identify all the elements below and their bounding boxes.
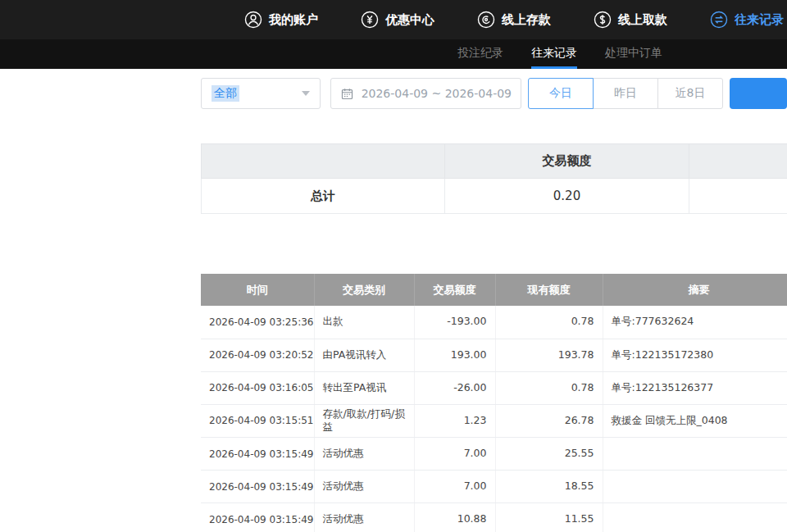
cell-summary: 单号:122135126377 (603, 371, 787, 404)
table-row: 2026-04-09 03:15:51 存款/取款/打码/损益 1.23 26.… (201, 404, 787, 438)
cell-amount: -193.00 (414, 306, 495, 339)
summary-header-empty (689, 144, 787, 179)
col-header-type: 交易类别 (314, 274, 414, 306)
table-row: 2026-04-09 03:15:49 活动优惠 7.00 18.55 (201, 471, 787, 503)
cell-type: 活动优惠 (314, 503, 414, 532)
tab-processing-orders[interactable]: 处理中订单 (605, 39, 662, 69)
withdraw-coin-icon (594, 11, 612, 29)
cell-type: 活动优惠 (314, 438, 414, 471)
cell-type: 出款 (314, 306, 414, 339)
table-row: 2026-04-09 03:16:05 转出至PA视讯 -26.00 0.78 … (201, 371, 787, 404)
cell-balance: 193.78 (495, 339, 603, 371)
nav-label: 线上取款 (618, 12, 667, 28)
col-header-summary: 摘要 (603, 274, 787, 306)
today-button[interactable]: 今日 (528, 78, 594, 109)
cell-balance: 11.55 (495, 503, 603, 532)
summary-total-empty (689, 179, 787, 214)
cell-amount: -26.00 (414, 371, 495, 404)
cell-amount: 193.00 (414, 339, 495, 371)
cell-balance: 0.78 (495, 371, 603, 404)
cell-balance: 0.78 (495, 306, 603, 339)
cell-summary (603, 503, 787, 532)
summary-header-row: 交易额度 (202, 144, 787, 179)
search-button[interactable] (730, 78, 787, 109)
yesterday-button[interactable]: 昨日 (593, 78, 658, 109)
summary-total-label: 总计 (202, 179, 445, 214)
cell-time: 2026-04-09 03:25:36 (201, 306, 314, 339)
cell-summary: 单号:122135172380 (603, 339, 787, 371)
nav-transaction-records[interactable]: 往来记录 (689, 11, 787, 29)
cell-time: 2026-04-09 03:20:52 (201, 339, 314, 371)
cell-balance: 26.78 (495, 404, 603, 438)
date-range-picker[interactable]: 2026-04-09 ~ 2026-04-09 (330, 78, 521, 109)
nav-label: 我的账户 (269, 12, 318, 28)
promo-coin-icon (361, 11, 379, 29)
cell-balance: 25.55 (495, 438, 603, 471)
records-table-head: 时间 交易类别 交易额度 现有额度 摘要 (201, 274, 787, 306)
table-row: 2026-04-09 03:15:49 活动优惠 10.88 11.55 (201, 503, 787, 532)
nav-label: 线上存款 (502, 12, 551, 28)
col-header-amount: 交易额度 (414, 274, 495, 306)
cell-type: 存款/取款/打码/损益 (314, 404, 414, 438)
main-content: 全部 2026-04-09 ~ 2026-04-09 今日 昨日 近8日 交易额… (0, 78, 787, 532)
cell-summary: 单号:777632624 (603, 306, 787, 339)
nav-my-account[interactable]: 我的账户 (223, 11, 339, 29)
cell-balance: 18.55 (495, 471, 603, 503)
quick-range-group: 今日 昨日 近8日 (528, 78, 723, 109)
cell-type: 转出至PA视讯 (314, 371, 414, 404)
cell-time: 2026-04-09 03:15:51 (201, 404, 314, 438)
nav-promo-center[interactable]: 优惠中心 (339, 11, 456, 29)
cell-summary: 救援金 回馈无上限_0408 (603, 404, 787, 438)
summary-table: 交易额度 总计 0.20 (201, 143, 787, 214)
last-8-days-button[interactable]: 近8日 (657, 78, 723, 109)
date-range-value: 2026-04-09 ~ 2026-04-09 (362, 87, 512, 100)
tab-transaction-records[interactable]: 往来记录 (531, 39, 577, 69)
tab-betting-records[interactable]: 投注纪录 (457, 39, 503, 69)
summary-total-value: 0.20 (445, 179, 689, 214)
col-header-time: 时间 (201, 274, 314, 306)
filter-bar: 全部 2026-04-09 ~ 2026-04-09 今日 昨日 近8日 (201, 78, 787, 109)
nav-online-deposit[interactable]: 线上存款 (456, 11, 572, 29)
summary-total-row: 总计 0.20 (202, 179, 787, 214)
deposit-coin-icon (477, 11, 495, 29)
nav-online-withdraw[interactable]: 线上取款 (572, 11, 689, 29)
summary-header-empty (202, 144, 445, 179)
summary-header-amount: 交易额度 (445, 144, 689, 179)
cell-amount: 7.00 (414, 438, 495, 471)
cell-type: 活动优惠 (314, 471, 414, 503)
cell-time: 2026-04-09 03:16:05 (201, 371, 314, 404)
records-table: 时间 交易类别 交易额度 现有额度 摘要 2026-04-09 03:25:36… (201, 274, 787, 532)
cell-time: 2026-04-09 03:15:49 (201, 438, 314, 471)
sub-tabbar: 投注纪录 往来记录 处理中订单 (0, 39, 787, 69)
transfer-records-icon (710, 11, 728, 29)
cell-amount: 7.00 (414, 471, 495, 503)
cell-summary (603, 438, 787, 471)
nav-label: 往来记录 (735, 12, 784, 28)
cell-time: 2026-04-09 03:15:49 (201, 503, 314, 532)
table-row: 2026-04-09 03:20:52 由PA视讯转入 193.00 193.7… (201, 339, 787, 371)
nav-label: 优惠中心 (385, 12, 434, 28)
chevron-down-icon (302, 91, 310, 96)
cell-amount: 10.88 (414, 503, 495, 532)
type-dropdown-value: 全部 (212, 85, 239, 102)
records-table-body: 2026-04-09 03:25:36 出款 -193.00 0.78 单号:7… (201, 306, 787, 532)
user-icon (244, 11, 262, 29)
cell-time: 2026-04-09 03:15:49 (201, 471, 314, 503)
col-header-balance: 现有额度 (495, 274, 603, 306)
cell-summary (603, 471, 787, 503)
top-navigation: 我的账户 优惠中心 线上存款 线上取款 (0, 0, 787, 39)
cell-amount: 1.23 (414, 404, 495, 438)
table-row: 2026-04-09 03:15:49 活动优惠 7.00 25.55 (201, 438, 787, 471)
table-row: 2026-04-09 03:25:36 出款 -193.00 0.78 单号:7… (201, 306, 787, 339)
cell-type: 由PA视讯转入 (314, 339, 414, 371)
calendar-icon (340, 87, 354, 101)
type-dropdown[interactable]: 全部 (201, 78, 321, 109)
